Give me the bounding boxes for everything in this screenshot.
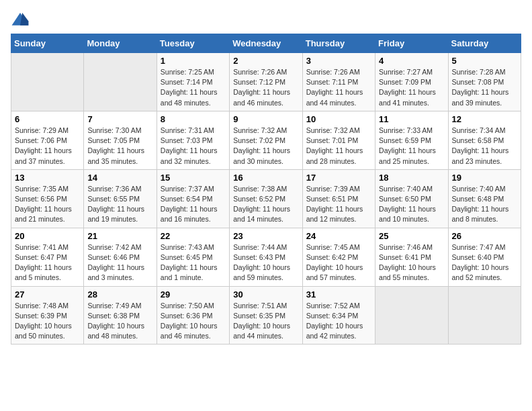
- logo: [11, 11, 32, 30]
- day-info: Sunrise: 7:44 AM Sunset: 6:43 PM Dayligh…: [233, 242, 298, 283]
- day-number: 15: [161, 173, 226, 183]
- calendar-cell: 21Sunrise: 7:42 AM Sunset: 6:46 PM Dayli…: [84, 228, 157, 286]
- day-info: Sunrise: 7:49 AM Sunset: 6:38 PM Dayligh…: [87, 301, 152, 342]
- day-info: Sunrise: 7:38 AM Sunset: 6:52 PM Dayligh…: [233, 184, 298, 225]
- col-header-saturday: Saturday: [448, 34, 521, 53]
- day-info: Sunrise: 7:36 AM Sunset: 6:55 PM Dayligh…: [87, 184, 152, 225]
- calendar-cell: [448, 286, 521, 345]
- day-info: Sunrise: 7:34 AM Sunset: 6:58 PM Dayligh…: [452, 126, 517, 167]
- day-number: 13: [15, 173, 80, 183]
- day-info: Sunrise: 7:30 AM Sunset: 7:05 PM Dayligh…: [87, 126, 152, 167]
- day-number: 8: [161, 114, 226, 124]
- logo-icon: [11, 11, 30, 30]
- day-number: 7: [87, 114, 152, 124]
- day-number: 12: [452, 114, 517, 124]
- calendar-cell: 7Sunrise: 7:30 AM Sunset: 7:05 PM Daylig…: [84, 111, 157, 169]
- day-number: 18: [379, 173, 444, 183]
- calendar-cell: 30Sunrise: 7:51 AM Sunset: 6:35 PM Dayli…: [230, 286, 302, 345]
- day-number: 23: [233, 231, 298, 241]
- day-number: 26: [452, 231, 517, 241]
- week-row-4: 20Sunrise: 7:41 AM Sunset: 6:47 PM Dayli…: [11, 228, 521, 286]
- day-info: Sunrise: 7:52 AM Sunset: 6:34 PM Dayligh…: [306, 301, 371, 342]
- day-number: 17: [306, 173, 371, 183]
- header: [11, 11, 521, 30]
- calendar-cell: 3Sunrise: 7:26 AM Sunset: 7:11 PM Daylig…: [302, 53, 375, 111]
- week-row-3: 13Sunrise: 7:35 AM Sunset: 6:56 PM Dayli…: [11, 169, 521, 228]
- day-info: Sunrise: 7:40 AM Sunset: 6:50 PM Dayligh…: [379, 184, 444, 225]
- calendar-cell: 10Sunrise: 7:32 AM Sunset: 7:01 PM Dayli…: [302, 111, 375, 169]
- calendar-cell: 9Sunrise: 7:32 AM Sunset: 7:02 PM Daylig…: [230, 111, 302, 169]
- day-number: 1: [161, 56, 226, 66]
- day-number: 25: [379, 231, 444, 241]
- calendar-cell: 25Sunrise: 7:46 AM Sunset: 6:41 PM Dayli…: [375, 228, 448, 286]
- calendar-cell: 22Sunrise: 7:43 AM Sunset: 6:45 PM Dayli…: [157, 228, 229, 286]
- calendar-cell: 19Sunrise: 7:40 AM Sunset: 6:48 PM Dayli…: [448, 169, 521, 228]
- day-info: Sunrise: 7:45 AM Sunset: 6:42 PM Dayligh…: [306, 242, 371, 283]
- day-number: 21: [87, 231, 152, 241]
- day-number: 30: [233, 289, 298, 300]
- day-info: Sunrise: 7:28 AM Sunset: 7:08 PM Dayligh…: [452, 67, 517, 108]
- col-header-monday: Monday: [84, 34, 157, 53]
- day-info: Sunrise: 7:32 AM Sunset: 7:01 PM Dayligh…: [306, 126, 371, 167]
- week-row-5: 27Sunrise: 7:48 AM Sunset: 6:39 PM Dayli…: [11, 286, 521, 345]
- day-info: Sunrise: 7:51 AM Sunset: 6:35 PM Dayligh…: [233, 301, 298, 342]
- day-number: 27: [15, 289, 80, 300]
- day-number: 6: [15, 114, 80, 124]
- calendar-cell: 27Sunrise: 7:48 AM Sunset: 6:39 PM Dayli…: [11, 286, 84, 345]
- calendar-cell: 18Sunrise: 7:40 AM Sunset: 6:50 PM Dayli…: [375, 169, 448, 228]
- calendar-cell: 5Sunrise: 7:28 AM Sunset: 7:08 PM Daylig…: [448, 53, 521, 111]
- col-header-wednesday: Wednesday: [230, 34, 302, 53]
- day-info: Sunrise: 7:42 AM Sunset: 6:46 PM Dayligh…: [87, 242, 152, 283]
- day-info: Sunrise: 7:46 AM Sunset: 6:41 PM Dayligh…: [379, 242, 444, 283]
- calendar-cell: 4Sunrise: 7:27 AM Sunset: 7:09 PM Daylig…: [375, 53, 448, 111]
- day-number: 16: [233, 173, 298, 183]
- day-number: 31: [306, 289, 371, 300]
- day-info: Sunrise: 7:25 AM Sunset: 7:14 PM Dayligh…: [161, 67, 226, 108]
- day-info: Sunrise: 7:26 AM Sunset: 7:12 PM Dayligh…: [233, 67, 298, 108]
- day-number: 19: [452, 173, 517, 183]
- calendar-cell: 31Sunrise: 7:52 AM Sunset: 6:34 PM Dayli…: [302, 286, 375, 345]
- calendar-cell: 13Sunrise: 7:35 AM Sunset: 6:56 PM Dayli…: [11, 169, 84, 228]
- calendar-cell: 6Sunrise: 7:29 AM Sunset: 7:06 PM Daylig…: [11, 111, 84, 169]
- calendar-cell: [84, 53, 157, 111]
- calendar-cell: 23Sunrise: 7:44 AM Sunset: 6:43 PM Dayli…: [230, 228, 302, 286]
- calendar-cell: 8Sunrise: 7:31 AM Sunset: 7:03 PM Daylig…: [157, 111, 229, 169]
- week-row-2: 6Sunrise: 7:29 AM Sunset: 7:06 PM Daylig…: [11, 111, 521, 169]
- day-info: Sunrise: 7:37 AM Sunset: 6:54 PM Dayligh…: [161, 184, 226, 225]
- day-info: Sunrise: 7:29 AM Sunset: 7:06 PM Dayligh…: [15, 126, 80, 167]
- day-info: Sunrise: 7:35 AM Sunset: 6:56 PM Dayligh…: [15, 184, 80, 225]
- day-info: Sunrise: 7:48 AM Sunset: 6:39 PM Dayligh…: [15, 301, 80, 342]
- day-info: Sunrise: 7:33 AM Sunset: 6:59 PM Dayligh…: [379, 126, 444, 167]
- calendar-cell: 20Sunrise: 7:41 AM Sunset: 6:47 PM Dayli…: [11, 228, 84, 286]
- calendar-cell: 24Sunrise: 7:45 AM Sunset: 6:42 PM Dayli…: [302, 228, 375, 286]
- day-number: 2: [233, 56, 298, 66]
- col-header-friday: Friday: [375, 34, 448, 53]
- day-number: 5: [452, 56, 517, 66]
- day-info: Sunrise: 7:26 AM Sunset: 7:11 PM Dayligh…: [306, 67, 371, 108]
- col-header-thursday: Thursday: [302, 34, 375, 53]
- day-info: Sunrise: 7:47 AM Sunset: 6:40 PM Dayligh…: [452, 242, 517, 283]
- day-number: 28: [87, 289, 152, 300]
- calendar-table: SundayMondayTuesdayWednesdayThursdayFrid…: [11, 34, 521, 345]
- day-number: 4: [379, 56, 444, 66]
- day-info: Sunrise: 7:40 AM Sunset: 6:48 PM Dayligh…: [452, 184, 517, 225]
- day-number: 10: [306, 114, 371, 124]
- week-row-1: 1Sunrise: 7:25 AM Sunset: 7:14 PM Daylig…: [11, 53, 521, 111]
- calendar-cell: 17Sunrise: 7:39 AM Sunset: 6:51 PM Dayli…: [302, 169, 375, 228]
- calendar-cell: 16Sunrise: 7:38 AM Sunset: 6:52 PM Dayli…: [230, 169, 302, 228]
- day-number: 11: [379, 114, 444, 124]
- day-number: 24: [306, 231, 371, 241]
- day-info: Sunrise: 7:32 AM Sunset: 7:02 PM Dayligh…: [233, 126, 298, 167]
- day-info: Sunrise: 7:31 AM Sunset: 7:03 PM Dayligh…: [161, 126, 226, 167]
- calendar-cell: 29Sunrise: 7:50 AM Sunset: 6:36 PM Dayli…: [157, 286, 229, 345]
- day-number: 14: [87, 173, 152, 183]
- calendar-cell: 11Sunrise: 7:33 AM Sunset: 6:59 PM Dayli…: [375, 111, 448, 169]
- day-info: Sunrise: 7:50 AM Sunset: 6:36 PM Dayligh…: [161, 301, 226, 342]
- day-info: Sunrise: 7:27 AM Sunset: 7:09 PM Dayligh…: [379, 67, 444, 108]
- calendar-cell: 14Sunrise: 7:36 AM Sunset: 6:55 PM Dayli…: [84, 169, 157, 228]
- calendar-cell: 1Sunrise: 7:25 AM Sunset: 7:14 PM Daylig…: [157, 53, 229, 111]
- calendar-cell: 28Sunrise: 7:49 AM Sunset: 6:38 PM Dayli…: [84, 286, 157, 345]
- day-number: 29: [161, 289, 226, 300]
- day-info: Sunrise: 7:41 AM Sunset: 6:47 PM Dayligh…: [15, 242, 80, 283]
- calendar-cell: 12Sunrise: 7:34 AM Sunset: 6:58 PM Dayli…: [448, 111, 521, 169]
